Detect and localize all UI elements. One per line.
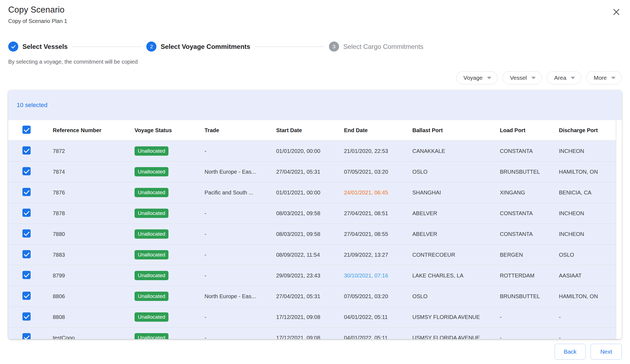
- table-row: 8806 Unallocated North Europe - Eas... 2…: [8, 286, 622, 307]
- trade-cell: North Europe - Eas...: [205, 293, 276, 300]
- column-header-end-date: End Date: [344, 127, 412, 134]
- discharge-port-cell: HAMILTON, ON: [559, 293, 622, 300]
- load-port-cell: ROTTERDAM: [500, 273, 559, 279]
- next-button[interactable]: Next: [591, 344, 622, 360]
- discharge-port-cell: -: [559, 314, 622, 320]
- status-badge: Unallocated: [135, 271, 168, 280]
- chevron-down-icon: [611, 77, 616, 79]
- table-row: 7876 Unallocated Pacific and South ... 0…: [8, 182, 622, 203]
- end-date-cell: 21/01/2020, 22:53: [344, 148, 412, 154]
- row-checkbox[interactable]: [22, 271, 31, 279]
- close-button[interactable]: [611, 7, 621, 17]
- discharge-port-cell: INCHEON: [559, 148, 622, 154]
- start-date-cell: 27/04/2021, 05:31: [276, 293, 344, 300]
- step-label: Select Voyage Commitments: [161, 43, 250, 51]
- row-checkbox[interactable]: [22, 167, 31, 175]
- trade-cell: -: [205, 314, 276, 320]
- column-header-ballast-port: Ballast Port: [412, 127, 500, 134]
- row-checkbox[interactable]: [22, 188, 31, 196]
- vertical-scrollbar[interactable]: [616, 120, 622, 339]
- stepper-connector: [72, 46, 141, 47]
- step-select-cargo-commitments: 3 Select Cargo Commitments: [329, 42, 423, 52]
- dialog-footer: Back Next: [555, 344, 622, 360]
- back-button[interactable]: Back: [555, 344, 586, 360]
- end-date-cell: 24/01/2021, 06:45: [344, 190, 412, 196]
- chevron-down-icon: [487, 77, 491, 79]
- row-checkbox[interactable]: [22, 333, 31, 339]
- voyage-status-cell: Unallocated: [135, 209, 205, 218]
- chevron-down-icon: [571, 77, 575, 79]
- filter-label: Vessel: [510, 75, 527, 81]
- column-header-voyage-status: Voyage Status: [135, 127, 205, 134]
- dialog-header: Copy Scenario Copy of Scenario Plan 1: [8, 5, 67, 24]
- load-port-cell: BRUNSBUTTEL: [500, 293, 559, 300]
- row-checkbox[interactable]: [22, 209, 31, 217]
- trade-cell: -: [205, 210, 276, 217]
- start-date-cell: 08/09/2022, 11:54: [276, 252, 344, 258]
- reference-number-cell: 7883: [53, 252, 135, 258]
- end-date-cell: 04/01/2022, 05:11: [344, 314, 412, 320]
- load-port-cell: CONSTANTA: [500, 231, 559, 237]
- filter-more-button[interactable]: More: [586, 71, 622, 84]
- end-date-cell: 04/01/2022, 05:11: [344, 335, 412, 339]
- filter-vessel-button[interactable]: Vessel: [503, 71, 542, 84]
- load-port-cell: CONSTANTA: [500, 210, 559, 217]
- end-date-cell: 07/05/2021, 03:20: [344, 169, 412, 175]
- filter-label: More: [594, 75, 607, 81]
- status-badge: Unallocated: [135, 292, 168, 301]
- table-row: 8799 Unallocated - 29/09/2021, 23:43 30/…: [8, 265, 622, 286]
- stepper-connector: [255, 46, 324, 47]
- start-date-cell: 08/03/2021, 09:58: [276, 210, 344, 217]
- ballast-port-cell: USMSY FLORIDA AVENUE: [412, 335, 500, 339]
- load-port-cell: BERGEN: [500, 252, 559, 258]
- trade-cell: -: [205, 231, 276, 237]
- column-header-load-port: Load Port: [500, 127, 559, 134]
- filter-area-button[interactable]: Area: [547, 71, 581, 84]
- filter-voyage-button[interactable]: Voyage: [456, 71, 498, 84]
- table-row: 8808 Unallocated - 17/12/2021, 09:08 04/…: [8, 307, 622, 328]
- row-checkbox[interactable]: [22, 146, 31, 155]
- ballast-port-cell: CONTRECOEUR: [412, 252, 500, 258]
- discharge-port-cell: INCHEON: [559, 210, 622, 217]
- page-title: Copy Scenario: [8, 5, 67, 15]
- status-badge: Unallocated: [135, 188, 168, 197]
- table-row: 7874 Unallocated North Europe - Eas... 2…: [8, 162, 622, 182]
- filter-label: Area: [554, 75, 566, 81]
- row-checkbox[interactable]: [22, 312, 31, 321]
- discharge-port-cell: HAMILTON, ON: [559, 169, 622, 175]
- status-badge: Unallocated: [135, 229, 168, 239]
- start-date-cell: 01/01/2020, 00:00: [276, 148, 344, 154]
- column-header-start-date: Start Date: [276, 127, 344, 134]
- trade-cell: North Europe - Eas...: [205, 169, 276, 175]
- reference-number-cell: testCooo: [53, 335, 135, 339]
- filter-bar: Voyage Vessel Area More: [456, 71, 622, 84]
- ballast-port-cell: CANAKKALE: [412, 148, 500, 154]
- row-checkbox[interactable]: [22, 250, 31, 258]
- voyage-status-cell: Unallocated: [135, 292, 205, 301]
- selected-count-label: 10 selected: [17, 102, 48, 109]
- step-select-voyage-commitments: 2 Select Voyage Commitments: [146, 42, 250, 52]
- start-date-cell: 01/01/2021, 00:00: [276, 190, 344, 196]
- status-badge: Unallocated: [135, 333, 168, 339]
- ballast-port-cell: LAKE CHARLES, LA: [412, 273, 500, 279]
- reference-number-cell: 8808: [53, 314, 135, 320]
- voyage-status-cell: Unallocated: [135, 146, 205, 156]
- trade-cell: -: [205, 273, 276, 279]
- start-date-cell: 27/04/2021, 05:31: [276, 169, 344, 175]
- status-badge: Unallocated: [135, 167, 168, 176]
- reference-number-cell: 7878: [53, 210, 135, 217]
- end-date-cell: 21/09/2022, 13:27: [344, 252, 412, 258]
- row-checkbox[interactable]: [22, 229, 31, 238]
- trade-cell: -: [205, 335, 276, 339]
- load-port-cell: -: [500, 314, 559, 320]
- row-checkbox[interactable]: [22, 292, 31, 300]
- voyage-status-cell: Unallocated: [135, 312, 205, 322]
- reference-number-cell: 7880: [53, 231, 135, 237]
- table-row: testCooo Unallocated - 17/12/2021, 09:08…: [8, 328, 622, 339]
- step-hint-text: By selecting a voyage, the commitment wi…: [8, 59, 138, 65]
- table-row: 7872 Unallocated - 01/01/2020, 00:00 21/…: [8, 141, 622, 162]
- reference-number-cell: 8799: [53, 273, 135, 279]
- select-all-checkbox[interactable]: [22, 126, 31, 134]
- status-badge: Unallocated: [135, 312, 168, 322]
- reference-number-cell: 8806: [53, 293, 135, 300]
